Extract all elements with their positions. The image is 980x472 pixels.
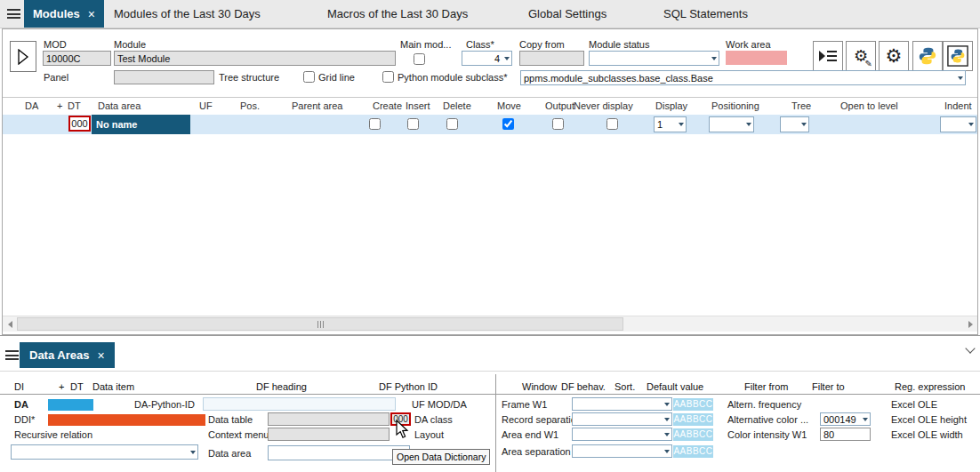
- table-row[interactable]: 000 No name 1: [3, 115, 977, 134]
- col-df-python-id: DF Python ID: [379, 381, 438, 393]
- tab-label: Global Settings: [528, 7, 606, 20]
- context-menu-input[interactable]: [268, 428, 390, 441]
- delete-checkbox[interactable]: [446, 118, 458, 130]
- divider: [495, 374, 496, 472]
- mod-input[interactable]: [43, 51, 111, 66]
- data-table-label: Data table: [208, 414, 253, 426]
- area-separation-color-sample[interactable]: AABBCC: [673, 445, 713, 458]
- scroll-right-icon[interactable]: [963, 316, 977, 332]
- scrollbar-thumb[interactable]: [17, 317, 623, 331]
- grid-line-checkbox[interactable]: [303, 71, 315, 83]
- close-icon[interactable]: ×: [88, 7, 95, 21]
- panel-input[interactable]: [114, 70, 214, 84]
- tree-select[interactable]: [780, 116, 809, 132]
- close-icon[interactable]: ×: [97, 348, 104, 363]
- da-python-id-input[interactable]: [203, 397, 396, 411]
- add-row-icon[interactable]: +: [59, 381, 64, 393]
- data-dictionary-link[interactable]: 000: [390, 412, 411, 426]
- output-checkbox[interactable]: [552, 118, 564, 130]
- module-status-select[interactable]: [589, 51, 719, 66]
- area-separation-w1-select[interactable]: [572, 444, 672, 458]
- scroll-left-icon[interactable]: [3, 316, 17, 332]
- python-subclass-value: ppms.module_subclasses.base_class.Base: [524, 73, 955, 84]
- insert-checkbox[interactable]: [407, 118, 419, 130]
- col-filter-from: Filter from: [744, 381, 789, 393]
- horizontal-scrollbar[interactable]: [3, 316, 977, 332]
- python-module-button[interactable]: [943, 41, 973, 71]
- create-checkbox[interactable]: [369, 118, 381, 130]
- never-display-checkbox[interactable]: [606, 118, 618, 130]
- class-select[interactable]: 4: [462, 51, 512, 66]
- run-list-icon: [818, 48, 838, 64]
- col-move: Move: [497, 100, 521, 112]
- record-separation-w1-select[interactable]: [572, 412, 672, 426]
- work-area-label: Work area: [726, 39, 771, 51]
- col-positioning: Positioning: [711, 100, 759, 112]
- copy-from-input[interactable]: [519, 51, 584, 66]
- col-df-behav: DF behav.: [561, 381, 606, 393]
- record-separation-color-sample[interactable]: AABBCC: [673, 413, 713, 426]
- recursive-relation-label: Recursive relation: [14, 429, 92, 441]
- chevron-down-icon: [743, 117, 753, 132]
- menu-icon[interactable]: [7, 9, 20, 19]
- chevron-down-icon: [662, 445, 671, 457]
- alternative-color-select[interactable]: 000149: [820, 412, 871, 426]
- col-window: Window: [522, 381, 557, 393]
- data-areas-panel: Data Areas × DI + DT Data item DF headin…: [0, 335, 980, 472]
- tab-label: Macros of the Last 30 Days: [327, 7, 468, 20]
- col-dt: DT: [68, 100, 81, 112]
- chevron-down-icon: [676, 117, 686, 132]
- col-delete: Delete: [443, 100, 471, 112]
- col-di: DI: [14, 381, 24, 393]
- frame-color-sample[interactable]: AABBCC: [673, 398, 713, 411]
- display-select[interactable]: 1: [654, 116, 687, 132]
- chevron-down-icon: [188, 445, 197, 459]
- col-parent-area: Parent area: [292, 100, 342, 112]
- python-source-button[interactable]: [912, 41, 943, 71]
- add-row-icon[interactable]: +: [57, 100, 62, 112]
- menu-icon[interactable]: [5, 350, 19, 360]
- data-area-select[interactable]: [268, 445, 410, 460]
- settings-button[interactable]: ⚙: [879, 41, 909, 71]
- data-table-input[interactable]: [268, 412, 390, 426]
- tree-structure-label: Tree structure: [219, 72, 279, 84]
- color-intensity-input[interactable]: [820, 428, 871, 441]
- python-subclass-checkbox[interactable]: [382, 71, 394, 83]
- module-name-input[interactable]: [114, 51, 396, 66]
- module-workspace: MOD Module Main mod... Class* 4 Copy fro…: [2, 28, 978, 335]
- run-button[interactable]: [10, 41, 36, 72]
- indent-select[interactable]: [940, 116, 976, 132]
- class-label: Class*: [466, 39, 494, 51]
- copy-from-label: Copy from: [519, 39, 565, 51]
- tab-sql-statements[interactable]: SQL Statements: [663, 0, 748, 28]
- macro-list-button[interactable]: [813, 41, 843, 71]
- col-da: DA: [25, 100, 38, 112]
- tab-modules-last-30-days[interactable]: Modules of the Last 30 Days: [114, 0, 261, 28]
- excel-ole-width-label: Excel OLE width: [891, 429, 963, 441]
- move-checkbox[interactable]: [502, 118, 514, 130]
- python-subclass-select[interactable]: ppms.module_subclasses.base_class.Base: [520, 70, 966, 85]
- tab-modules[interactable]: Modules ×: [24, 0, 104, 28]
- tab-global-settings[interactable]: Global Settings: [528, 0, 606, 28]
- data-area-name-cell[interactable]: No name: [92, 115, 190, 134]
- chevron-down-icon[interactable]: [966, 345, 974, 353]
- recursive-relation-select[interactable]: [11, 444, 198, 460]
- ddi-label: DDI*: [14, 414, 35, 426]
- module-status-label: Module status: [589, 39, 649, 51]
- module-label: Module: [114, 39, 146, 51]
- area-end-color-sample[interactable]: AABBCC: [673, 428, 713, 441]
- tab-data-areas[interactable]: Data Areas ×: [20, 342, 115, 368]
- frame-w1-select[interactable]: [572, 397, 672, 411]
- gear-icon: ⚙: [886, 45, 903, 67]
- ddi-color-field[interactable]: [48, 414, 205, 426]
- tooltip: Open Data Dictionary: [392, 449, 490, 465]
- tab-macros-last-30-days[interactable]: Macros of the Last 30 Days: [327, 0, 468, 28]
- module-settings-button[interactable]: ⚙ ✎: [846, 41, 876, 71]
- main-module-checkbox[interactable]: [414, 53, 425, 65]
- work-area-color-field[interactable]: [726, 51, 787, 65]
- positioning-select[interactable]: [709, 116, 754, 132]
- area-end-w1-select[interactable]: [572, 428, 672, 441]
- dt-cell[interactable]: 000: [68, 116, 91, 132]
- da-color-field[interactable]: [48, 399, 93, 411]
- frame-w1-label: Frame W1: [502, 399, 547, 411]
